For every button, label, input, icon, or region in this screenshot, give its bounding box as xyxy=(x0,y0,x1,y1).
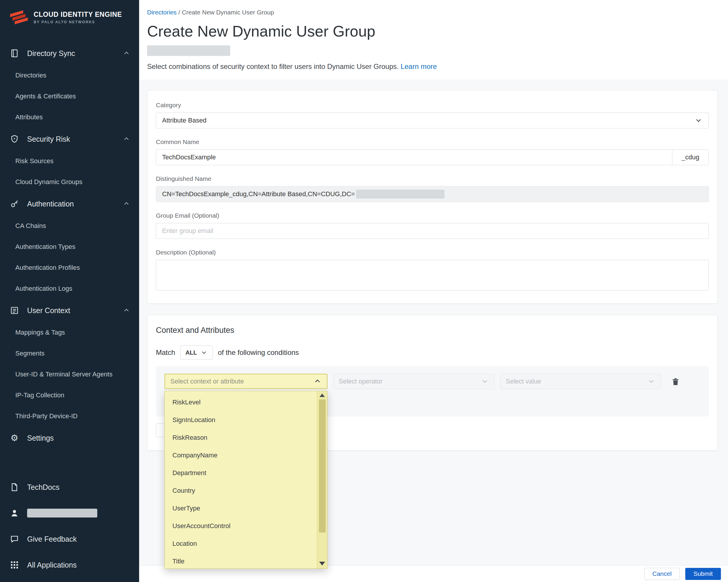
distinguished-name-field: CN=TechDocsExample_cdug,CN=Attribute Bas… xyxy=(156,186,709,202)
sidebar-nav: Directory Sync Directories Agents & Cert… xyxy=(0,42,139,449)
shield-icon xyxy=(9,134,20,144)
breadcrumb-link-directories[interactable]: Directories xyxy=(147,9,177,16)
gear-icon: ⚙ xyxy=(9,433,20,443)
attribute-select[interactable]: Select context or attribute xyxy=(164,374,328,389)
sidebar-user-account[interactable] xyxy=(0,500,139,526)
match-suffix: of the following conditions xyxy=(218,349,299,357)
user-name-redacted xyxy=(27,509,97,518)
sidebar-section-directory-sync[interactable]: Directory Sync xyxy=(0,42,139,65)
sidebar-section-label: Directory Sync xyxy=(27,49,75,58)
document-icon xyxy=(9,482,20,492)
book-icon xyxy=(9,48,20,58)
chevron-up-icon xyxy=(123,307,130,314)
page-subtitle: Select combinations of security context … xyxy=(147,62,718,71)
breadcrumb: Directories / Create New Dynamic User Gr… xyxy=(147,9,718,16)
option-department[interactable]: Department xyxy=(165,464,317,482)
scrollbar-thumb[interactable] xyxy=(319,399,326,532)
match-select[interactable]: ALL xyxy=(180,345,212,360)
sidebar-item-userid-terminal-server-agents[interactable]: User-ID & Terminal Server Agents xyxy=(0,364,139,385)
option-title[interactable]: Title xyxy=(165,553,317,569)
subtitle-text: Select combinations of security context … xyxy=(147,62,399,71)
category-value: Attribute Based xyxy=(162,117,206,124)
distinguished-name-value: CN=TechDocsExample_cdug,CN=Attribute Bas… xyxy=(162,190,355,198)
feedback-icon xyxy=(9,534,20,544)
operator-select: Select operator xyxy=(333,374,495,389)
sidebar-item-agents-certificates[interactable]: Agents & Certificates xyxy=(0,86,139,107)
scroll-up-arrow-icon[interactable] xyxy=(319,393,325,397)
attribute-dropdown-panel: RiskLevel SignInLocation RiskReason Comp… xyxy=(164,391,328,569)
delete-condition-button[interactable] xyxy=(669,375,682,388)
app-logo: CLOUD IDENTITY ENGINE BY PALO ALTO NETWO… xyxy=(0,0,139,29)
sidebar-section-settings[interactable]: ⚙ Settings xyxy=(0,426,139,449)
sidebar-item-ca-chains[interactable]: CA Chains xyxy=(0,215,139,236)
breadcrumb-separator: / xyxy=(178,9,180,16)
dropdown-scrollbar[interactable] xyxy=(317,391,327,569)
palo-alto-logo-icon xyxy=(8,9,28,26)
value-select: Select value xyxy=(500,374,661,389)
sidebar-item-give-feedback[interactable]: Give Feedback xyxy=(0,526,139,552)
sidebar-item-authentication-types[interactable]: Authentication Types xyxy=(0,236,139,257)
match-label: Match xyxy=(156,349,175,357)
sidebar-item-risk-sources[interactable]: Risk Sources xyxy=(0,150,139,171)
submit-button[interactable]: Submit xyxy=(685,568,721,580)
cancel-button[interactable]: Cancel xyxy=(644,568,679,580)
distinguished-name-label: Distinguished Name xyxy=(156,175,709,182)
group-email-input[interactable] xyxy=(156,223,709,239)
attribute-select-placeholder: Select context or attribute xyxy=(171,378,244,385)
chevron-up-icon xyxy=(123,135,130,143)
sidebar-item-authentication-logs[interactable]: Authentication Logs xyxy=(0,278,139,299)
sidebar-section-user-context[interactable]: User Context xyxy=(0,299,139,322)
condition-row: Select context or attribute RiskLevel Si… xyxy=(156,366,709,416)
description-textarea[interactable] xyxy=(156,260,709,290)
category-select[interactable]: Attribute Based xyxy=(156,112,709,129)
key-icon xyxy=(9,199,20,209)
scroll-down-arrow-icon[interactable] xyxy=(319,562,325,565)
match-row: Match ALL of the following conditions xyxy=(156,345,709,360)
chevron-down-icon xyxy=(694,116,703,124)
list-icon xyxy=(9,305,20,315)
match-value: ALL xyxy=(185,349,197,356)
sidebar-footer: TechDocs Give Feedback All Applications xyxy=(0,474,139,582)
sidebar-item-authentication-profiles[interactable]: Authentication Profiles xyxy=(0,257,139,278)
option-usertype[interactable]: UserType xyxy=(165,500,317,517)
sidebar-item-all-applications[interactable]: All Applications xyxy=(0,552,139,578)
sidebar-item-mappings-tags[interactable]: Mappings & Tags xyxy=(0,322,139,343)
trash-icon xyxy=(671,377,680,386)
sidebar-item-directories[interactable]: Directories xyxy=(0,65,139,86)
option-country[interactable]: Country xyxy=(165,482,317,500)
option-location[interactable]: Location xyxy=(165,535,317,553)
option-risklevel[interactable]: RiskLevel xyxy=(165,393,317,411)
sidebar-section-label: Security Risk xyxy=(27,135,70,143)
sidebar-item-ip-tag-collection[interactable]: IP-Tag Collection xyxy=(0,385,139,406)
option-riskreason[interactable]: RiskReason xyxy=(165,429,317,446)
sidebar: CLOUD IDENTITY ENGINE BY PALO ALTO NETWO… xyxy=(0,0,139,582)
sidebar-item-label: Give Feedback xyxy=(27,535,77,544)
sidebar-item-segments[interactable]: Segments xyxy=(0,343,139,364)
learn-more-link[interactable]: Learn more xyxy=(400,62,437,71)
sidebar-spacer xyxy=(0,449,139,474)
main-area: Directories / Create New Dynamic User Gr… xyxy=(139,0,728,582)
group-details-card: Category Attribute Based Common Name _cd… xyxy=(147,90,718,304)
option-companyname[interactable]: CompanyName xyxy=(165,446,317,464)
sidebar-section-security-risk[interactable]: Security Risk xyxy=(0,128,139,150)
sidebar-item-attributes[interactable]: Attributes xyxy=(0,107,139,128)
category-label: Category xyxy=(156,102,709,109)
chevron-up-icon xyxy=(123,50,130,57)
chevron-down-icon xyxy=(647,377,655,386)
sidebar-item-cloud-dynamic-groups[interactable]: Cloud Dynamic Groups xyxy=(0,171,139,192)
option-signinlocation[interactable]: SignInLocation xyxy=(165,411,317,429)
app-window: CLOUD IDENTITY ENGINE BY PALO ALTO NETWO… xyxy=(0,0,728,582)
sidebar-item-techdocs[interactable]: TechDocs xyxy=(0,474,139,500)
common-name-suffix: _cdug xyxy=(672,149,708,165)
sidebar-section-authentication[interactable]: Authentication xyxy=(0,192,139,215)
app-subtitle: BY PALO ALTO NETWORKS xyxy=(34,20,122,24)
sidebar-item-third-party-device-id[interactable]: Third-Party Device-ID xyxy=(0,406,139,426)
group-email-label: Group Email (Optional) xyxy=(156,212,709,219)
option-useraccountcontrol[interactable]: UserAccountControl xyxy=(165,517,317,535)
redacted-domain-block xyxy=(356,190,444,198)
context-attributes-title: Context and Attributes xyxy=(156,326,709,335)
common-name-input[interactable] xyxy=(156,149,672,165)
chevron-down-icon xyxy=(201,349,208,356)
chevron-up-icon xyxy=(123,200,130,207)
context-attributes-card: Context and Attributes Match ALL of the … xyxy=(147,315,718,451)
